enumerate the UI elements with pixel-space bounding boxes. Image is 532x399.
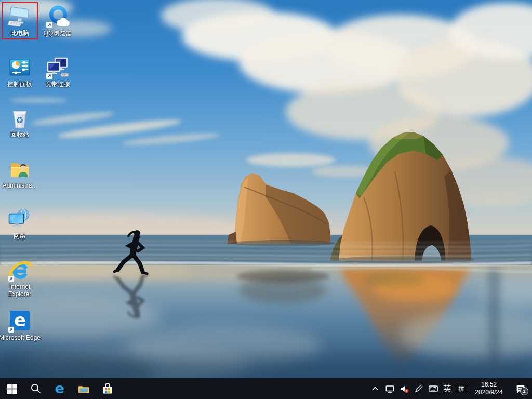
- icon-label: 控制面板: [0, 81, 42, 88]
- windows-ink-button[interactable]: [411, 378, 426, 399]
- search-icon: [30, 383, 42, 394]
- taskbar-file-explorer-button[interactable]: [72, 378, 96, 399]
- taskbar-clock[interactable]: 16:52 2020/9/24: [469, 378, 509, 399]
- globe-monitor-icon: [7, 207, 32, 232]
- clock-time: 16:52: [481, 381, 497, 389]
- clock-date: 2020/9/24: [475, 389, 502, 396]
- ime-language-indicator[interactable]: 英: [441, 378, 454, 399]
- ime-name-text: 拼: [457, 384, 466, 393]
- touch-keyboard-icon: [429, 384, 438, 393]
- notification-badge: 1: [520, 387, 528, 395]
- shortcut-arrow-overlay: [46, 22, 52, 28]
- qq-browser-icon: [45, 4, 70, 29]
- icon-label: Administra...: [0, 182, 42, 189]
- touch-keyboard-button[interactable]: [426, 378, 441, 399]
- control-panel-icon: [7, 55, 32, 80]
- desktop-icon-microsoft-edge[interactable]: e Microsoft Edge: [2, 307, 38, 344]
- folder-icon: [77, 382, 90, 395]
- edge-icon: e: [53, 382, 66, 395]
- wallpaper-beach-rocks-runner: [0, 0, 532, 378]
- ime-pinyin-indicator[interactable]: 拼: [454, 378, 469, 399]
- recycle-bin-icon: ♻: [7, 105, 32, 130]
- microsoft-edge-icon: e: [7, 309, 32, 334]
- windows-ink-pen-icon: [415, 384, 423, 393]
- show-hidden-icons-button[interactable]: [368, 378, 382, 399]
- action-center-button[interactable]: 1: [509, 378, 532, 399]
- desktop-icon-this-pc[interactable]: 此电脑: [2, 2, 38, 39]
- network-status-button[interactable]: [382, 378, 397, 399]
- ime-mode-text: 英: [444, 384, 451, 394]
- icon-label: 回收站: [0, 131, 42, 138]
- svg-text:e: e: [14, 310, 26, 330]
- desktop-icon-administrator[interactable]: Administra...: [2, 154, 38, 192]
- desktop-icon-recycle-bin[interactable]: ♻ 回收站: [2, 103, 38, 141]
- system-tray: 英 拼 16:52 2020/9/24 1: [368, 378, 532, 399]
- taskbar: e: [0, 378, 532, 399]
- chevron-up-icon: [371, 384, 379, 393]
- icon-label: 网络: [0, 232, 42, 240]
- icon-label: Internet Explorer: [0, 283, 42, 298]
- shortcut-arrow-overlay: [8, 276, 14, 282]
- windows-logo-icon: [7, 384, 17, 394]
- desktop-icon-broadband[interactable]: 宽带连接: [39, 53, 76, 90]
- search-button[interactable]: [24, 378, 48, 399]
- svg-text:♻: ♻: [16, 115, 23, 125]
- icon-label: QQ浏览器: [36, 30, 79, 37]
- shortcut-arrow-overlay: [8, 327, 14, 332]
- icon-label: 宽带连接: [36, 81, 79, 88]
- desktop-icon-network[interactable]: 网络: [2, 205, 38, 242]
- taskbar-store-button[interactable]: [96, 378, 119, 399]
- start-button[interactable]: [0, 378, 24, 399]
- desktop-icon-control-panel[interactable]: 控制面板: [2, 53, 38, 90]
- desktop-icon-internet-explorer[interactable]: Internet Explorer: [2, 256, 38, 300]
- network-ethernet-icon: [385, 384, 394, 393]
- svg-text:e: e: [55, 382, 64, 395]
- icon-label: Microsoft Edge: [0, 334, 42, 341]
- computer-monitor-icon: [7, 4, 32, 29]
- taskbar-edge-button[interactable]: e: [48, 378, 72, 399]
- dual-monitors-icon: [45, 55, 70, 80]
- shortcut-arrow-overlay: [46, 73, 52, 79]
- user-folder-icon: [7, 156, 32, 181]
- internet-explorer-icon: [7, 258, 32, 283]
- store-bag-icon: [101, 382, 114, 395]
- volume-muted-icon: [400, 384, 409, 393]
- windows-desktop: 此电脑 QQ浏览器 控制面: [0, 0, 532, 399]
- desktop-icon-qq-browser[interactable]: QQ浏览器: [39, 2, 76, 39]
- volume-button[interactable]: [397, 378, 411, 399]
- icon-label: 此电脑: [0, 30, 42, 37]
